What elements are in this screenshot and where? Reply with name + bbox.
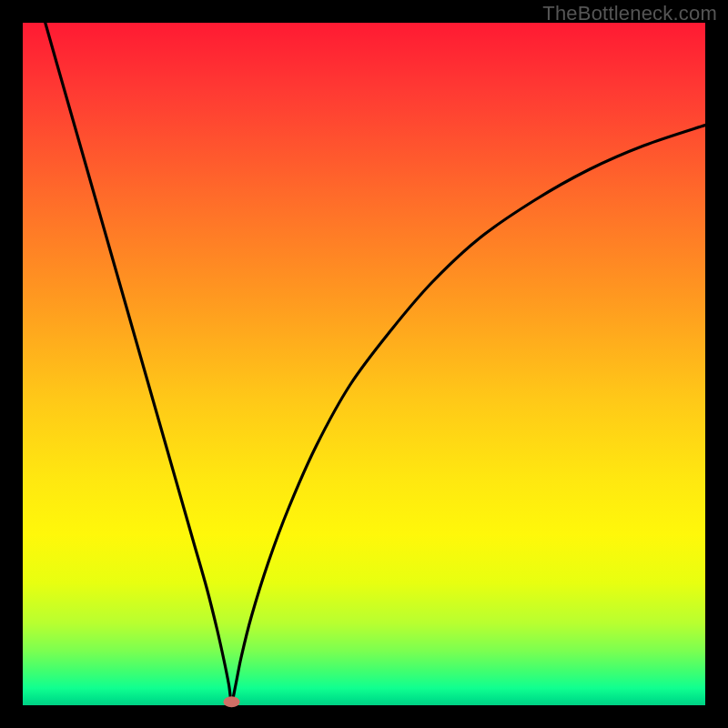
plot-area — [23, 23, 705, 705]
chart-frame: TheBottleneck.com — [0, 0, 728, 728]
attribution-text: TheBottleneck.com — [542, 2, 717, 25]
minimum-marker-icon — [224, 696, 240, 707]
bottleneck-curve — [23, 23, 705, 705]
